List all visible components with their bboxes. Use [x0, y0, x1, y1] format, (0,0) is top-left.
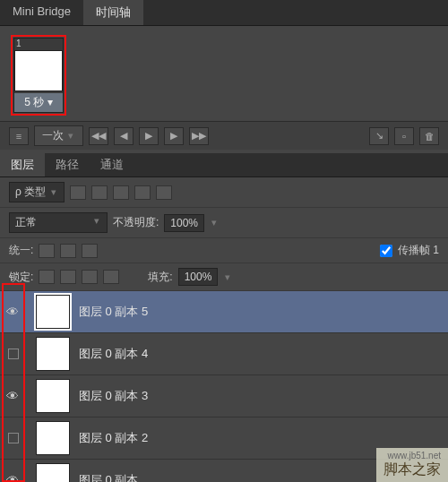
visibility-toggle[interactable]	[0, 433, 27, 443]
timeline-tabs: Mini Bridge 时间轴	[0, 0, 448, 26]
kind-filter[interactable]: ρ 类型 ▾	[9, 182, 65, 202]
frame-delay[interactable]: 5 秒 ▾	[14, 93, 63, 112]
tab-channels[interactable]: 通道	[90, 153, 134, 176]
propagate-checkbox[interactable]	[380, 245, 392, 257]
opacity-label: 不透明度:	[113, 215, 159, 230]
eye-icon: 👁	[6, 305, 21, 319]
filter-type-icon[interactable]	[113, 185, 129, 200]
layer-row[interactable]: 👁 图层 0 副本 5	[0, 291, 448, 333]
propagate-label: 传播帧 1	[398, 243, 439, 258]
timeline-menu-icon[interactable]: ≡	[9, 127, 29, 145]
next-frame-icon[interactable]: ▶	[164, 127, 184, 145]
blend-mode-select[interactable]: 正常 ▾	[9, 212, 108, 233]
unify-label: 统一:	[9, 243, 33, 258]
tab-timeline[interactable]: 时间轴	[83, 0, 143, 25]
unify-visibility-icon[interactable]	[60, 244, 76, 258]
filter-smart-icon[interactable]	[156, 185, 172, 200]
layer-thumbnail	[36, 421, 70, 455]
lock-position-icon[interactable]	[60, 270, 76, 284]
unify-position-icon[interactable]	[39, 244, 55, 258]
frame-strip: 1 5 秒 ▾	[0, 26, 448, 121]
layer-name: 图层 0 副本 3	[79, 388, 148, 404]
eye-icon: 👁	[6, 473, 21, 482]
filter-row: ρ 类型 ▾	[0, 177, 448, 208]
hidden-box-icon	[8, 349, 19, 359]
visibility-toggle[interactable]: 👁	[0, 305, 27, 319]
layers-tabs: 图层 路径 通道	[0, 153, 448, 177]
hidden-box-icon	[8, 433, 19, 443]
tab-mini-bridge[interactable]: Mini Bridge	[0, 0, 83, 25]
layer-thumbnail	[36, 379, 70, 413]
unify-row: 统一: 传播帧 1	[0, 238, 448, 263]
lock-label: 锁定:	[9, 270, 33, 285]
timeline-frame-1[interactable]: 1 5 秒 ▾	[13, 38, 64, 113]
layer-thumbnail	[36, 295, 70, 329]
lock-icon[interactable]	[103, 270, 119, 284]
tab-layers[interactable]: 图层	[0, 153, 45, 176]
fill-label: 填充:	[148, 270, 172, 285]
layer-name: 图层 0 副本 2	[79, 430, 148, 446]
lock-all-icon[interactable]	[82, 270, 98, 284]
visibility-toggle[interactable]: 👁	[0, 473, 27, 482]
visibility-toggle[interactable]: 👁	[0, 389, 27, 403]
layers-panel: 图层 路径 通道 ρ 类型 ▾ 正常 ▾ 不透明度: 100% ▾ 统一: 传播…	[0, 153, 448, 482]
filter-adjust-icon[interactable]	[91, 185, 108, 200]
blend-row: 正常 ▾ 不透明度: 100% ▾	[0, 208, 448, 238]
layer-thumbnail	[36, 337, 70, 371]
tween-icon[interactable]: ↘	[369, 127, 389, 145]
play-icon[interactable]: ▶	[139, 127, 159, 145]
watermark: www.jb51.net 脚本之家	[376, 448, 448, 482]
new-frame-icon[interactable]: ▫	[394, 127, 414, 145]
frame-number: 1	[14, 39, 63, 48]
layer-thumbnail	[36, 463, 70, 482]
opacity-input[interactable]: 100%	[164, 214, 204, 232]
layer-name: 图层 0 副本	[79, 472, 138, 482]
tab-paths[interactable]: 路径	[45, 153, 90, 176]
timeline-controls: ≡ 一次 ▾ ◀◀ ◀ ▶ ▶ ▶▶ ↘ ▫ 🗑	[0, 121, 448, 150]
loop-select[interactable]: 一次 ▾	[34, 125, 83, 146]
frame-highlight: 1 5 秒 ▾	[11, 35, 66, 116]
visibility-toggle[interactable]	[0, 349, 27, 359]
layer-row[interactable]: 👁 图层 0 副本 3	[0, 375, 448, 417]
eye-icon: 👁	[6, 389, 21, 403]
delete-frame-icon[interactable]: 🗑	[419, 127, 439, 145]
fill-input[interactable]: 100%	[178, 268, 219, 286]
lock-pixels-icon[interactable]	[39, 270, 55, 284]
lock-row: 锁定: 填充: 100% ▾	[0, 263, 448, 291]
prev-frame-icon[interactable]: ◀	[114, 127, 134, 145]
layer-name: 图层 0 副本 4	[79, 346, 148, 362]
unify-style-icon[interactable]	[82, 244, 98, 258]
layer-name: 图层 0 副本 5	[79, 304, 148, 320]
filter-shape-icon[interactable]	[134, 185, 151, 200]
first-frame-icon[interactable]: ◀◀	[89, 127, 108, 145]
filter-pixel-icon[interactable]	[70, 185, 86, 200]
layer-row[interactable]: 图层 0 副本 4	[0, 333, 448, 375]
last-frame-icon[interactable]: ▶▶	[189, 127, 209, 145]
frame-thumbnail	[14, 50, 63, 91]
